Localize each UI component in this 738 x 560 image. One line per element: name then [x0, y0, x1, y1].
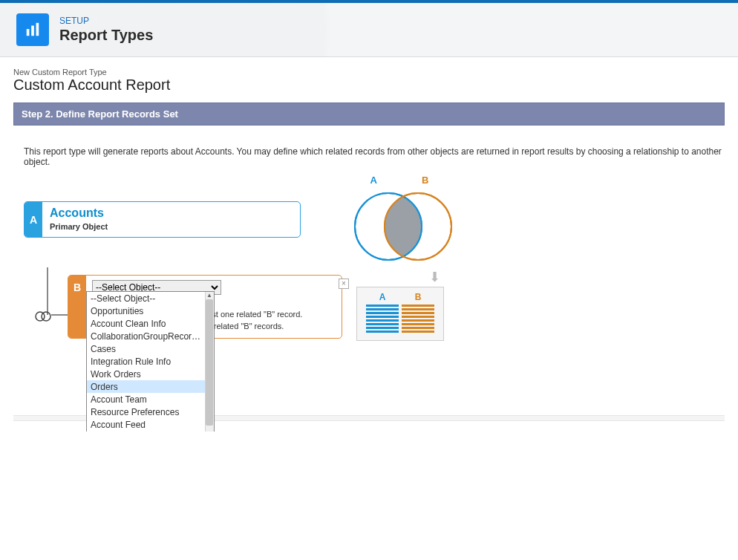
- venn-label-b: B: [422, 175, 428, 186]
- page-title: Report Types: [59, 27, 153, 44]
- object-a-letter: A: [25, 202, 42, 237]
- dropdown-option[interactable]: Integration Rule Info: [87, 355, 205, 368]
- dropdown-option[interactable]: Cases: [87, 342, 205, 355]
- dropdown-option[interactable]: Resource Preferences: [87, 406, 205, 418]
- object-b-letter: B: [68, 276, 86, 338]
- dropdown-option[interactable]: Account Clean Info: [87, 317, 205, 330]
- svg-rect-2: [36, 23, 39, 36]
- scroll-up-icon[interactable]: ▲: [205, 292, 214, 299]
- page-subtitle: Custom Account Report: [13, 76, 725, 94]
- close-icon[interactable]: ×: [339, 279, 349, 289]
- setup-label: SETUP: [59, 16, 153, 26]
- object-a-subtitle: Primary Object: [50, 222, 293, 231]
- dropdown-option[interactable]: Orders: [87, 380, 205, 393]
- object-b-dropdown-list[interactable]: ▲ ▼ --Select Object--OpportunitiesAccoun…: [86, 291, 215, 432]
- scroll-thumb[interactable]: [206, 299, 213, 426]
- venn-label-a: A: [370, 175, 377, 186]
- venn-svg: [347, 186, 459, 267]
- dropdown-option[interactable]: Content Documents: [87, 431, 205, 432]
- dropdown-option[interactable]: Account Team: [87, 393, 205, 406]
- report-icon: [16, 13, 49, 46]
- header-bar: SETUP Report Types: [0, 3, 738, 57]
- step-banner: Step 2. Define Report Records Set: [13, 102, 725, 126]
- relation-text-1: st one related "B" record.: [212, 310, 302, 319]
- tree-connector-icon: [46, 267, 49, 315]
- venn-col-b-label: B: [400, 292, 436, 302]
- relation-text-2: related "B" records.: [212, 322, 284, 331]
- venn-diagram: A B ⬇ A B: [347, 175, 481, 341]
- tree-horizontal-line: [51, 314, 68, 316]
- breadcrumb: New Custom Report Type: [13, 68, 725, 76]
- object-a-name: Accounts: [50, 206, 293, 220]
- venn-result-table: A B: [356, 287, 444, 341]
- dropdown-option[interactable]: CollaborationGroupRecord-…: [87, 330, 205, 342]
- dropdown-option[interactable]: --Select Object--: [87, 292, 205, 305]
- svg-rect-0: [27, 29, 30, 36]
- svg-rect-1: [31, 26, 34, 36]
- description-text: This report type will generate reports a…: [24, 146, 725, 167]
- relationship-join-icon: [35, 310, 51, 325]
- primary-object-box: A Accounts Primary Object: [24, 201, 301, 238]
- dropdown-option[interactable]: Work Orders: [87, 368, 205, 380]
- dropdown-option[interactable]: Account Feed: [87, 418, 205, 431]
- venn-col-a-label: A: [365, 292, 400, 302]
- arrow-down-icon: ⬇: [388, 269, 481, 285]
- svg-point-11: [42, 312, 50, 321]
- dropdown-option[interactable]: Opportunities: [87, 305, 205, 317]
